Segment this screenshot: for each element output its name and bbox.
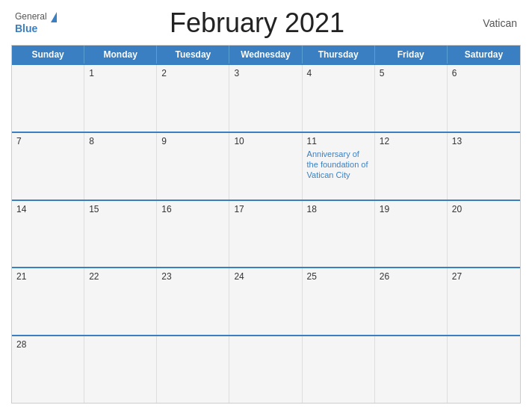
table-row: 27 [448,268,520,335]
logo: General Blue [15,12,57,34]
table-row: 14 [12,201,84,268]
table-row [229,336,302,403]
week-5: 28 [12,335,520,403]
table-row: 26 [375,268,448,335]
logo-general-text: General [15,11,47,22]
col-sunday: Sunday [12,46,84,64]
table-row: 9 [157,133,229,200]
table-row: 6 [448,65,520,132]
table-row: 20 [448,201,520,268]
table-row: 15 [84,201,157,268]
table-row: 23 [157,268,229,335]
table-row: 7 [12,133,84,200]
table-row: 2 [157,65,229,132]
table-row: 3 [229,65,302,132]
table-row [375,336,448,403]
table-row: 11 Anniversary of the foundation of Vati… [303,133,375,200]
logo-triangle-icon [51,12,57,22]
table-row: 16 [157,201,229,268]
calendar-header: Sunday Monday Tuesday Wednesday Thursday… [12,46,520,64]
table-row [303,336,375,403]
table-row [12,65,84,132]
logo-blue-text: Blue [15,22,37,34]
col-tuesday: Tuesday [157,46,229,64]
col-friday: Friday [375,46,448,64]
col-monday: Monday [84,46,157,64]
table-row: 22 [84,268,157,335]
table-row [448,336,520,403]
table-row [84,336,157,403]
table-row: 25 [303,268,375,335]
table-row: 5 [375,65,448,132]
page-title: February 2021 [57,7,457,39]
table-row: 10 [229,133,302,200]
calendar-body: 1 2 3 4 5 6 7 8 9 10 11 Anniversary of t… [12,64,520,403]
table-row: 8 [84,133,157,200]
week-1: 1 2 3 4 5 6 [12,64,520,132]
week-3: 14 15 16 17 18 19 20 [12,200,520,268]
table-row: 24 [229,268,302,335]
table-row: 4 [303,65,375,132]
table-row [157,336,229,403]
table-row: 12 [375,133,448,200]
logo-text: General Blue [15,12,57,34]
col-wednesday: Wednesday [229,46,302,64]
country-label: Vatican [457,17,517,29]
col-thursday: Thursday [303,46,375,64]
table-row: 1 [84,65,157,132]
table-row: 19 [375,201,448,268]
week-2: 7 8 9 10 11 Anniversary of the foundatio… [12,132,520,200]
table-row: 18 [303,201,375,268]
calendar: Sunday Monday Tuesday Wednesday Thursday… [11,45,521,404]
event-label: Anniversary of the foundation of Vatican… [307,149,368,180]
table-row: 13 [448,133,520,200]
table-row: 17 [229,201,302,268]
col-saturday: Saturday [448,46,520,64]
table-row: 28 [12,336,84,403]
week-4: 21 22 23 24 25 26 27 [12,267,520,335]
table-row: 21 [12,268,84,335]
calendar-page: General Blue February 2021 Vatican Sunda… [0,0,532,411]
page-header: General Blue February 2021 Vatican [11,7,521,39]
